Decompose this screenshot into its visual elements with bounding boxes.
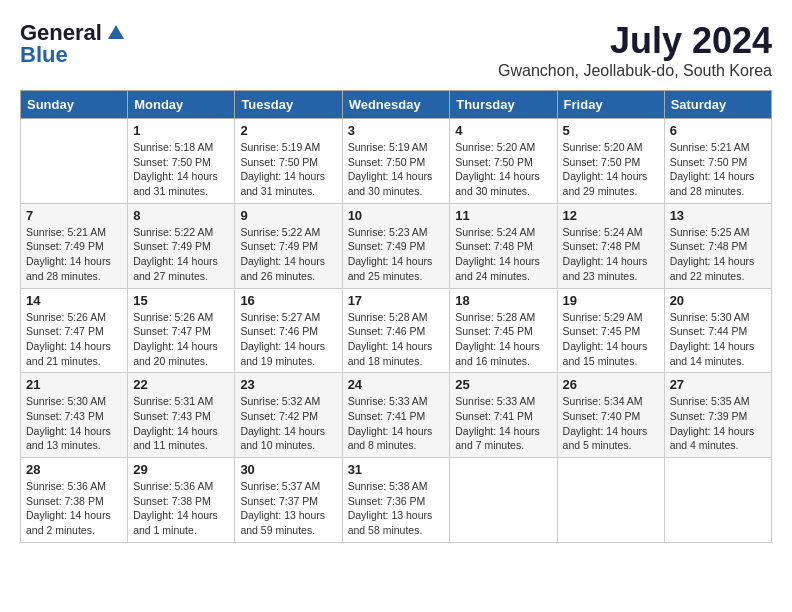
calendar-week-row: 21Sunrise: 5:30 AM Sunset: 7:43 PM Dayli…: [21, 373, 772, 458]
weekday-header: Tuesday: [235, 91, 342, 119]
day-info: Sunrise: 5:34 AM Sunset: 7:40 PM Dayligh…: [563, 394, 659, 453]
day-info: Sunrise: 5:28 AM Sunset: 7:45 PM Dayligh…: [455, 310, 551, 369]
title-section: July 2024 Gwanchon, Jeollabuk-do, South …: [498, 20, 772, 80]
day-number: 9: [240, 208, 336, 223]
day-number: 28: [26, 462, 122, 477]
calendar-cell: [21, 119, 128, 204]
calendar-cell: 26Sunrise: 5:34 AM Sunset: 7:40 PM Dayli…: [557, 373, 664, 458]
day-info: Sunrise: 5:30 AM Sunset: 7:43 PM Dayligh…: [26, 394, 122, 453]
logo-blue: Blue: [20, 42, 68, 68]
calendar-cell: 30Sunrise: 5:37 AM Sunset: 7:37 PM Dayli…: [235, 458, 342, 543]
calendar-cell: 11Sunrise: 5:24 AM Sunset: 7:48 PM Dayli…: [450, 203, 557, 288]
calendar-table: SundayMondayTuesdayWednesdayThursdayFrid…: [20, 90, 772, 543]
day-info: Sunrise: 5:33 AM Sunset: 7:41 PM Dayligh…: [455, 394, 551, 453]
logo: General Blue: [20, 20, 126, 68]
day-number: 20: [670, 293, 766, 308]
calendar-cell: 19Sunrise: 5:29 AM Sunset: 7:45 PM Dayli…: [557, 288, 664, 373]
calendar-cell: 7Sunrise: 5:21 AM Sunset: 7:49 PM Daylig…: [21, 203, 128, 288]
calendar-week-row: 1Sunrise: 5:18 AM Sunset: 7:50 PM Daylig…: [21, 119, 772, 204]
day-info: Sunrise: 5:25 AM Sunset: 7:48 PM Dayligh…: [670, 225, 766, 284]
day-number: 30: [240, 462, 336, 477]
day-number: 2: [240, 123, 336, 138]
day-info: Sunrise: 5:20 AM Sunset: 7:50 PM Dayligh…: [455, 140, 551, 199]
day-info: Sunrise: 5:24 AM Sunset: 7:48 PM Dayligh…: [563, 225, 659, 284]
day-number: 6: [670, 123, 766, 138]
day-info: Sunrise: 5:28 AM Sunset: 7:46 PM Dayligh…: [348, 310, 445, 369]
day-number: 16: [240, 293, 336, 308]
weekday-header: Saturday: [664, 91, 771, 119]
location: Gwanchon, Jeollabuk-do, South Korea: [498, 62, 772, 80]
day-number: 11: [455, 208, 551, 223]
calendar-cell: 31Sunrise: 5:38 AM Sunset: 7:36 PM Dayli…: [342, 458, 450, 543]
day-info: Sunrise: 5:26 AM Sunset: 7:47 PM Dayligh…: [26, 310, 122, 369]
calendar-cell: 1Sunrise: 5:18 AM Sunset: 7:50 PM Daylig…: [128, 119, 235, 204]
day-number: 27: [670, 377, 766, 392]
day-number: 18: [455, 293, 551, 308]
day-number: 23: [240, 377, 336, 392]
svg-marker-0: [108, 25, 124, 39]
day-info: Sunrise: 5:21 AM Sunset: 7:50 PM Dayligh…: [670, 140, 766, 199]
day-info: Sunrise: 5:22 AM Sunset: 7:49 PM Dayligh…: [133, 225, 229, 284]
calendar-cell: 14Sunrise: 5:26 AM Sunset: 7:47 PM Dayli…: [21, 288, 128, 373]
calendar-cell: [557, 458, 664, 543]
day-info: Sunrise: 5:30 AM Sunset: 7:44 PM Dayligh…: [670, 310, 766, 369]
day-info: Sunrise: 5:36 AM Sunset: 7:38 PM Dayligh…: [133, 479, 229, 538]
day-number: 29: [133, 462, 229, 477]
calendar-header-row: SundayMondayTuesdayWednesdayThursdayFrid…: [21, 91, 772, 119]
calendar-cell: 8Sunrise: 5:22 AM Sunset: 7:49 PM Daylig…: [128, 203, 235, 288]
day-number: 17: [348, 293, 445, 308]
weekday-header: Sunday: [21, 91, 128, 119]
day-number: 19: [563, 293, 659, 308]
calendar-cell: 18Sunrise: 5:28 AM Sunset: 7:45 PM Dayli…: [450, 288, 557, 373]
weekday-header: Monday: [128, 91, 235, 119]
calendar-cell: 16Sunrise: 5:27 AM Sunset: 7:46 PM Dayli…: [235, 288, 342, 373]
calendar-week-row: 14Sunrise: 5:26 AM Sunset: 7:47 PM Dayli…: [21, 288, 772, 373]
calendar-cell: 12Sunrise: 5:24 AM Sunset: 7:48 PM Dayli…: [557, 203, 664, 288]
page-header: General Blue July 2024 Gwanchon, Jeollab…: [20, 20, 772, 80]
weekday-header: Thursday: [450, 91, 557, 119]
day-info: Sunrise: 5:33 AM Sunset: 7:41 PM Dayligh…: [348, 394, 445, 453]
calendar-cell: 3Sunrise: 5:19 AM Sunset: 7:50 PM Daylig…: [342, 119, 450, 204]
day-info: Sunrise: 5:32 AM Sunset: 7:42 PM Dayligh…: [240, 394, 336, 453]
calendar-cell: 17Sunrise: 5:28 AM Sunset: 7:46 PM Dayli…: [342, 288, 450, 373]
day-info: Sunrise: 5:22 AM Sunset: 7:49 PM Dayligh…: [240, 225, 336, 284]
day-info: Sunrise: 5:31 AM Sunset: 7:43 PM Dayligh…: [133, 394, 229, 453]
day-number: 7: [26, 208, 122, 223]
day-number: 1: [133, 123, 229, 138]
day-number: 10: [348, 208, 445, 223]
day-info: Sunrise: 5:37 AM Sunset: 7:37 PM Dayligh…: [240, 479, 336, 538]
calendar-cell: 15Sunrise: 5:26 AM Sunset: 7:47 PM Dayli…: [128, 288, 235, 373]
calendar-cell: [450, 458, 557, 543]
calendar-week-row: 7Sunrise: 5:21 AM Sunset: 7:49 PM Daylig…: [21, 203, 772, 288]
day-number: 24: [348, 377, 445, 392]
weekday-header: Friday: [557, 91, 664, 119]
day-number: 3: [348, 123, 445, 138]
calendar-cell: 9Sunrise: 5:22 AM Sunset: 7:49 PM Daylig…: [235, 203, 342, 288]
day-info: Sunrise: 5:21 AM Sunset: 7:49 PM Dayligh…: [26, 225, 122, 284]
day-number: 14: [26, 293, 122, 308]
day-number: 21: [26, 377, 122, 392]
day-number: 8: [133, 208, 229, 223]
day-number: 5: [563, 123, 659, 138]
calendar-cell: 23Sunrise: 5:32 AM Sunset: 7:42 PM Dayli…: [235, 373, 342, 458]
calendar-cell: 5Sunrise: 5:20 AM Sunset: 7:50 PM Daylig…: [557, 119, 664, 204]
day-number: 12: [563, 208, 659, 223]
calendar-cell: 4Sunrise: 5:20 AM Sunset: 7:50 PM Daylig…: [450, 119, 557, 204]
day-number: 26: [563, 377, 659, 392]
calendar-cell: 22Sunrise: 5:31 AM Sunset: 7:43 PM Dayli…: [128, 373, 235, 458]
day-info: Sunrise: 5:24 AM Sunset: 7:48 PM Dayligh…: [455, 225, 551, 284]
calendar-cell: 6Sunrise: 5:21 AM Sunset: 7:50 PM Daylig…: [664, 119, 771, 204]
day-info: Sunrise: 5:35 AM Sunset: 7:39 PM Dayligh…: [670, 394, 766, 453]
day-info: Sunrise: 5:36 AM Sunset: 7:38 PM Dayligh…: [26, 479, 122, 538]
calendar-cell: 2Sunrise: 5:19 AM Sunset: 7:50 PM Daylig…: [235, 119, 342, 204]
day-info: Sunrise: 5:38 AM Sunset: 7:36 PM Dayligh…: [348, 479, 445, 538]
day-number: 25: [455, 377, 551, 392]
calendar-week-row: 28Sunrise: 5:36 AM Sunset: 7:38 PM Dayli…: [21, 458, 772, 543]
day-info: Sunrise: 5:23 AM Sunset: 7:49 PM Dayligh…: [348, 225, 445, 284]
day-info: Sunrise: 5:20 AM Sunset: 7:50 PM Dayligh…: [563, 140, 659, 199]
calendar-cell: 28Sunrise: 5:36 AM Sunset: 7:38 PM Dayli…: [21, 458, 128, 543]
calendar-cell: 24Sunrise: 5:33 AM Sunset: 7:41 PM Dayli…: [342, 373, 450, 458]
day-info: Sunrise: 5:26 AM Sunset: 7:47 PM Dayligh…: [133, 310, 229, 369]
calendar-cell: 20Sunrise: 5:30 AM Sunset: 7:44 PM Dayli…: [664, 288, 771, 373]
day-info: Sunrise: 5:27 AM Sunset: 7:46 PM Dayligh…: [240, 310, 336, 369]
